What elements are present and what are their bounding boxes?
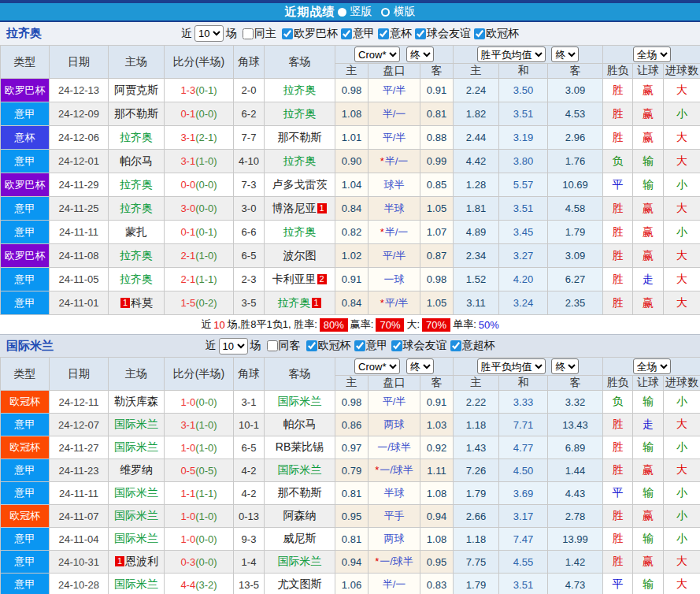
competition-filter[interactable]: 欧冠杯	[474, 27, 519, 41]
odds-home-cell: 2.44	[454, 126, 499, 150]
handicap-result-cell: 输	[633, 436, 664, 459]
recent-count-select[interactable]: 10	[194, 25, 224, 42]
inter-matches-tbody: 欧冠杯24-12-11勒沃库森1-0(0-0)3-1国际米兰0.98平/半0.9…	[1, 391, 700, 594]
competition-filter[interactable]: 意甲	[341, 27, 375, 41]
handicap-line-cell: *半/一	[369, 150, 420, 173]
odds-away-cell: 4.73	[548, 574, 603, 594]
handicap-away-odds-cell: 0.88	[420, 126, 454, 150]
corner-cell: 2-3	[234, 268, 265, 291]
competition-badge: 意甲	[1, 551, 50, 574]
goals-result-cell: 大	[664, 79, 700, 102]
red-card-badge: 1	[115, 556, 124, 566]
competition-filter[interactable]: 球会友谊	[415, 27, 471, 41]
score-cell: 3-1(1-0)	[165, 150, 234, 173]
same-venue-checkbox[interactable]	[243, 28, 254, 39]
away-team-cell: 那不勒斯	[265, 482, 335, 505]
home-team-cell: 拉齐奥	[109, 268, 165, 291]
handicap-result-cell: 赢	[633, 459, 664, 482]
odds-company-select[interactable]: Crow*	[354, 46, 400, 62]
handicap-line-cell: *一/球半	[369, 459, 420, 482]
match-scope-select[interactable]: 全场	[633, 46, 671, 62]
handicap-away-odds-cell: 0.87	[420, 244, 454, 268]
col-type: 类型	[1, 46, 50, 79]
col-handicap-result: 让球	[633, 376, 664, 391]
same-venue-filter[interactable]: 同主	[243, 27, 276, 41]
vertical-layout-radio-icon[interactable]	[338, 8, 346, 17]
odds-stage-select[interactable]: 终	[406, 46, 434, 62]
competition-checkbox[interactable]	[341, 28, 352, 39]
europe-stage-select[interactable]: 终	[551, 46, 579, 62]
competition-badge: 意甲	[1, 221, 50, 244]
away-team-cell: 阿森纳	[265, 505, 335, 528]
match-scope-select[interactable]: 全场	[633, 358, 671, 374]
odds-company-select[interactable]: Crow*	[354, 358, 400, 374]
competition-filter[interactable]: 意甲	[354, 339, 388, 353]
competition-filters: 欧罗巴杯意甲意杯球会友谊欧冠杯	[279, 27, 519, 41]
col-date: 日期	[50, 46, 109, 79]
horizontal-layout-radio-icon[interactable]	[381, 8, 390, 17]
competition-checkbox[interactable]	[415, 28, 426, 39]
date-cell: 24-11-07	[50, 505, 109, 528]
handicap-line-cell: 球半	[369, 173, 420, 197]
handicap-result-cell: 赢	[633, 197, 664, 221]
goals-result-cell: 小	[664, 528, 700, 551]
date-cell: 24-12-09	[50, 102, 109, 126]
competition-checkbox[interactable]	[354, 340, 365, 351]
competition-filter[interactable]: 意超杯	[450, 339, 495, 353]
over-rate-badge: 70%	[422, 318, 450, 332]
handicap-away-odds-cell: 0.95	[420, 551, 454, 574]
same-venue-checkbox[interactable]	[267, 340, 278, 351]
handicap-away-odds-cell: 1.05	[420, 197, 454, 221]
competition-badge: 意甲	[1, 268, 50, 291]
competition-checkbox[interactable]	[450, 340, 461, 351]
odds-draw-cell: 7.71	[499, 414, 548, 436]
competition-checkbox[interactable]	[282, 28, 293, 39]
odds-stage-select[interactable]: 终	[406, 358, 434, 374]
europe-odds-select[interactable]: 胜平负均值	[477, 46, 546, 62]
single-rate-value: 50%	[479, 319, 499, 331]
competition-filter[interactable]: 欧冠杯	[306, 339, 351, 353]
odds-draw-cell: 3.27	[499, 244, 548, 268]
competition-filter[interactable]: 欧罗巴杯	[282, 27, 338, 41]
competition-label: 欧冠杯	[486, 27, 519, 41]
summary-near-label: 近	[201, 317, 211, 332]
competition-badge: 意甲	[1, 197, 50, 221]
col-odds-draw: 和	[499, 64, 548, 79]
handicap-home-odds-cell: 0.84	[335, 197, 369, 221]
wdl-result-cell: 胜	[603, 197, 633, 221]
date-cell: 24-11-01	[50, 291, 109, 315]
away-team-cell: RB莱比锡	[265, 436, 335, 459]
home-team-cell: 国际米兰	[109, 505, 165, 528]
vertical-layout-label[interactable]: 竖版	[350, 5, 372, 19]
col-odds-home: 主	[454, 64, 499, 79]
horizontal-layout-label[interactable]: 横版	[394, 5, 416, 19]
competition-checkbox[interactable]	[378, 28, 389, 39]
europe-stage-select[interactable]: 终	[551, 358, 579, 374]
home-team-cell: 国际米兰	[109, 414, 165, 436]
wdl-result-cell: 胜	[603, 221, 633, 244]
competition-filter[interactable]: 球会友谊	[391, 339, 447, 353]
score-cell: 1-0(1-0)	[165, 505, 234, 528]
away-team-cell: 那不勒斯	[265, 126, 335, 150]
europe-odds-group: 胜平负均值 终	[454, 46, 603, 64]
home-team-cell: 1科莫	[109, 291, 165, 315]
col-away: 客场	[265, 46, 335, 79]
same-venue-filter[interactable]: 同客	[267, 339, 301, 353]
competition-badge: 意甲	[1, 291, 50, 315]
competition-label: 意甲	[353, 27, 375, 41]
competition-filter[interactable]: 意杯	[378, 27, 412, 41]
top-title-bar: 近期战绩 竖版 横版	[0, 0, 700, 22]
date-cell: 24-12-13	[50, 79, 109, 102]
lazio-matches-tbody: 欧罗巴杯24-12-13阿贾克斯1-3(0-1)2-0拉齐奥0.98平/半0.9…	[1, 79, 700, 315]
goals-result-cell: 大	[664, 574, 700, 594]
match-row: 意甲24-11-23维罗纳0-5(0-5)4-2国际米兰0.79*一/球半1.1…	[1, 459, 700, 482]
home-team-cell: 那不勒斯	[109, 102, 165, 126]
competition-checkbox[interactable]	[306, 340, 317, 351]
europe-odds-select[interactable]: 胜平负均值	[477, 358, 546, 374]
odds-draw-cell: 3.19	[499, 126, 548, 150]
corner-cell: 7-7	[234, 126, 265, 150]
recent-count-select[interactable]: 10	[219, 338, 248, 355]
competition-checkbox[interactable]	[391, 340, 402, 351]
competition-checkbox[interactable]	[474, 28, 485, 39]
goals-result-cell: 大	[664, 551, 700, 574]
